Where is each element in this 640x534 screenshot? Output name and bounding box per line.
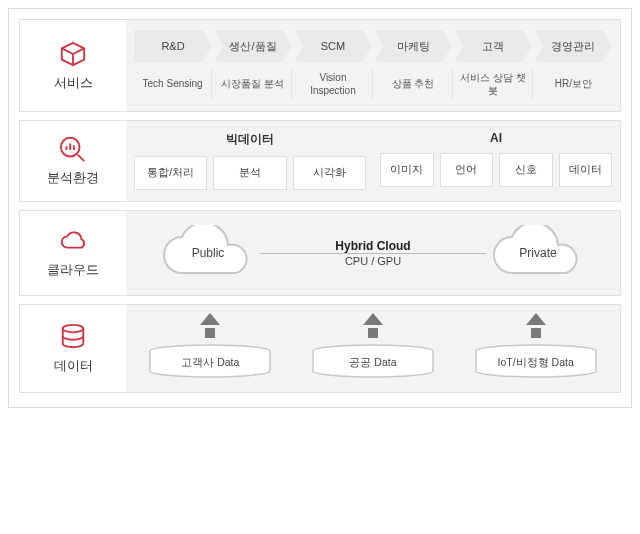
row-data-label: 데이터 (54, 357, 93, 375)
row-service-right: R&D 생산/품질 SCM 마케팅 고객 경영관리 Tech Sensing 시… (126, 20, 620, 111)
analysis-groups: 빅데이터 통합/처리 분석 시각화 AI 이미지 언어 신호 데이터 (134, 131, 612, 190)
box-integration: 통합/처리 (134, 156, 207, 190)
arrow-stem (531, 328, 541, 338)
box-visualization: 시각화 (293, 156, 366, 190)
row-analysis: 분석환경 빅데이터 통합/처리 분석 시각화 AI 이미지 언어 (19, 120, 621, 202)
sub-product-reco: 상품 추천 (375, 68, 453, 101)
sub-vision-inspection: Vision Inspection (294, 68, 372, 101)
row-cloud-left: 클라우드 (20, 211, 126, 295)
data-col-public: 공공 Data (297, 313, 450, 380)
arrow-stem (205, 328, 215, 338)
arrow-up-icon (200, 313, 220, 325)
row-service: 서비스 R&D 생산/품질 SCM 마케팅 고객 경영관리 Tech Sensi… (19, 19, 621, 112)
cylinder-customer: 고객사 Data (147, 344, 273, 380)
stage-production: 생산/품질 (214, 30, 292, 62)
cloud-public-label: Public (192, 246, 225, 260)
cloud-middle: Hybrid Cloud CPU / GPU (264, 239, 482, 267)
arrow-up-icon (363, 313, 383, 325)
data-col-customer: 고객사 Data (134, 313, 287, 380)
sub-market-quality: 시장품질 분석 (214, 68, 292, 101)
group-bigdata-title: 빅데이터 (134, 131, 366, 148)
row-data: 데이터 고객사 Data 공공 Data (19, 304, 621, 393)
row-analysis-right: 빅데이터 통합/처리 분석 시각화 AI 이미지 언어 신호 데이터 (126, 121, 620, 201)
group-ai-boxes: 이미지 언어 신호 데이터 (380, 153, 612, 187)
diagram-frame: 서비스 R&D 생산/품질 SCM 마케팅 고객 경영관리 Tech Sensi… (8, 8, 632, 408)
row-analysis-label: 분석환경 (47, 169, 99, 187)
row-service-label: 서비스 (54, 74, 93, 92)
stage-customer: 고객 (454, 30, 532, 62)
hybrid-cloud-title: Hybrid Cloud (331, 239, 414, 253)
sub-chatbot: 서비스 상담 챗봇 (455, 68, 533, 101)
cloud-public: Public (152, 225, 264, 281)
box-image: 이미지 (380, 153, 434, 187)
cpu-gpu-label: CPU / GPU (341, 255, 405, 267)
row-cloud: 클라우드 Public Hybrid Cloud CPU / GPU Priva… (19, 210, 621, 296)
row-service-left: 서비스 (20, 20, 126, 111)
cylinder-public-label: 공공 Data (349, 356, 396, 370)
group-bigdata-boxes: 통합/처리 분석 시각화 (134, 156, 366, 190)
data-col-iot: IoT/비정형 Data (459, 313, 612, 380)
stage-scm: SCM (294, 30, 372, 62)
cylinder-iot: IoT/비정형 Data (473, 344, 599, 380)
sub-tech-sensing: Tech Sensing (134, 68, 212, 101)
stage-rd: R&D (134, 30, 212, 62)
cylinder-public: 공공 Data (310, 344, 436, 380)
service-stages: R&D 생산/품질 SCM 마케팅 고객 경영관리 (134, 30, 612, 62)
svg-line-1 (78, 155, 85, 162)
cloud-icon (58, 227, 88, 255)
database-icon (58, 323, 88, 351)
stage-marketing: 마케팅 (374, 30, 452, 62)
row-data-right: 고객사 Data 공공 Data IoT/비정형 Data (126, 305, 620, 392)
stage-management: 경영관리 (534, 30, 612, 62)
cloud-private: Private (482, 225, 594, 281)
box-language: 언어 (440, 153, 494, 187)
cloud-private-label: Private (519, 246, 556, 260)
svg-point-5 (63, 324, 84, 331)
group-ai-title: AI (380, 131, 612, 145)
chart-magnifier-icon (58, 135, 88, 163)
cylinder-iot-label: IoT/비정형 Data (498, 356, 574, 370)
box-signal: 신호 (499, 153, 553, 187)
cloud-connector-line (260, 253, 486, 254)
cylinder-customer-label: 고객사 Data (181, 356, 239, 370)
group-ai: AI 이미지 언어 신호 데이터 (380, 131, 612, 190)
group-bigdata: 빅데이터 통합/처리 분석 시각화 (134, 131, 366, 190)
box-data: 데이터 (559, 153, 613, 187)
row-data-left: 데이터 (20, 305, 126, 392)
sub-hr-security: HR/보안 (535, 68, 612, 101)
row-analysis-left: 분석환경 (20, 121, 126, 201)
row-cloud-right: Public Hybrid Cloud CPU / GPU Private (126, 211, 620, 295)
box-analysis: 분석 (213, 156, 286, 190)
arrow-stem (368, 328, 378, 338)
arrow-up-icon (526, 313, 546, 325)
row-cloud-label: 클라우드 (47, 261, 99, 279)
service-subs: Tech Sensing 시장품질 분석 Vision Inspection 상… (134, 68, 612, 101)
box-icon (58, 40, 88, 68)
